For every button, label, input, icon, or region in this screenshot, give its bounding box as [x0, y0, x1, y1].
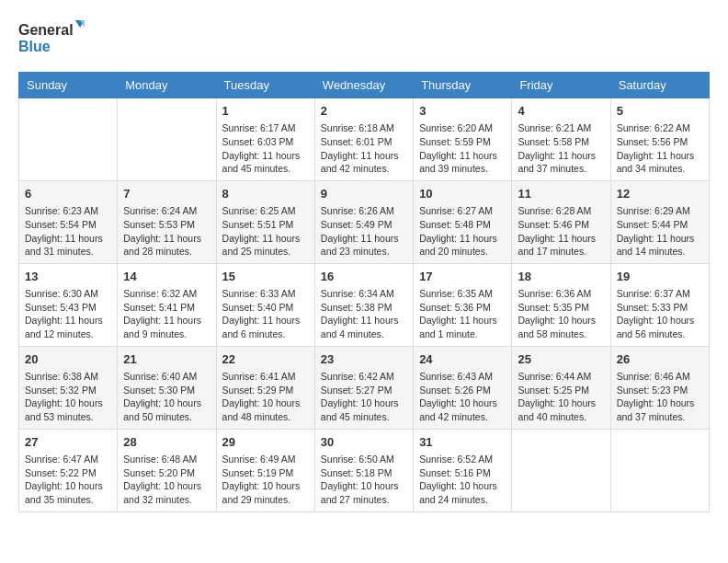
calendar-day-cell: 7Sunrise: 6:24 AMSunset: 5:53 PMDaylight…: [118, 180, 216, 263]
day-number: 15: [222, 269, 309, 285]
day-info: Sunrise: 6:47 AMSunset: 5:22 PMDaylight:…: [25, 453, 111, 507]
weekday-header: Tuesday: [216, 73, 314, 98]
day-number: 22: [222, 351, 309, 368]
day-number: 14: [123, 269, 210, 285]
day-info: Sunrise: 6:43 AMSunset: 5:26 PMDaylight:…: [419, 370, 506, 424]
calendar-week-row: 13Sunrise: 6:30 AMSunset: 5:43 PMDayligh…: [19, 263, 710, 346]
calendar-day-cell: 4Sunrise: 6:21 AMSunset: 5:58 PMDaylight…: [512, 98, 610, 181]
day-number: 16: [321, 269, 407, 285]
weekday-header: Monday: [118, 73, 216, 98]
day-info: Sunrise: 6:37 AMSunset: 5:33 PMDaylight:…: [617, 287, 703, 341]
day-number: 31: [419, 434, 506, 451]
calendar-day-cell: 22Sunrise: 6:41 AMSunset: 5:29 PMDayligh…: [216, 346, 314, 429]
day-number: 3: [419, 103, 506, 120]
day-number: 4: [518, 103, 604, 120]
weekday-header: Thursday: [414, 73, 512, 98]
day-number: 6: [25, 186, 111, 202]
day-info: Sunrise: 6:30 AMSunset: 5:43 PMDaylight:…: [25, 287, 111, 341]
day-number: 21: [123, 351, 210, 368]
calendar-day-cell: 8Sunrise: 6:25 AMSunset: 5:51 PMDaylight…: [216, 180, 314, 263]
calendar-day-cell: 28Sunrise: 6:48 AMSunset: 5:20 PMDayligh…: [118, 429, 216, 511]
day-info: Sunrise: 6:18 AMSunset: 6:01 PMDaylight:…: [321, 121, 407, 176]
calendar-week-row: 6Sunrise: 6:23 AMSunset: 5:54 PMDaylight…: [19, 180, 710, 263]
calendar-day-cell: [610, 429, 709, 511]
calendar-day-cell: [512, 429, 610, 511]
day-info: Sunrise: 6:27 AMSunset: 5:48 PMDaylight:…: [419, 204, 506, 259]
day-number: 12: [617, 186, 703, 202]
calendar-day-cell: 25Sunrise: 6:44 AMSunset: 5:25 PMDayligh…: [512, 346, 610, 429]
calendar-day-cell: 21Sunrise: 6:40 AMSunset: 5:30 PMDayligh…: [118, 346, 216, 429]
calendar-day-cell: 3Sunrise: 6:20 AMSunset: 5:59 PMDaylight…: [414, 98, 512, 181]
calendar-day-cell: 16Sunrise: 6:34 AMSunset: 5:38 PMDayligh…: [314, 263, 413, 346]
calendar-day-cell: 18Sunrise: 6:36 AMSunset: 5:35 PMDayligh…: [512, 263, 610, 346]
day-info: Sunrise: 6:52 AMSunset: 5:16 PMDaylight:…: [419, 453, 506, 507]
svg-text:Blue: Blue: [18, 39, 51, 54]
day-number: 17: [419, 269, 506, 285]
day-number: 24: [419, 351, 506, 368]
calendar-day-cell: 30Sunrise: 6:50 AMSunset: 5:18 PMDayligh…: [314, 429, 413, 511]
calendar-day-cell: [118, 98, 216, 181]
day-number: 29: [222, 434, 309, 451]
calendar-day-cell: 20Sunrise: 6:38 AMSunset: 5:32 PMDayligh…: [19, 346, 118, 429]
day-number: 27: [25, 434, 111, 451]
day-info: Sunrise: 6:26 AMSunset: 5:49 PMDaylight:…: [321, 204, 407, 259]
day-number: 18: [518, 269, 604, 285]
calendar-day-cell: 17Sunrise: 6:35 AMSunset: 5:36 PMDayligh…: [414, 263, 512, 346]
day-info: Sunrise: 6:23 AMSunset: 5:54 PMDaylight:…: [25, 204, 111, 259]
day-info: Sunrise: 6:50 AMSunset: 5:18 PMDaylight:…: [321, 453, 407, 507]
day-number: 2: [321, 103, 407, 120]
day-number: 11: [518, 186, 604, 202]
calendar-day-cell: 19Sunrise: 6:37 AMSunset: 5:33 PMDayligh…: [610, 263, 709, 346]
day-info: Sunrise: 6:36 AMSunset: 5:35 PMDaylight:…: [518, 287, 604, 341]
day-info: Sunrise: 6:32 AMSunset: 5:41 PMDaylight:…: [123, 287, 210, 341]
calendar-day-cell: 15Sunrise: 6:33 AMSunset: 5:40 PMDayligh…: [216, 263, 314, 346]
calendar-week-row: 20Sunrise: 6:38 AMSunset: 5:32 PMDayligh…: [19, 346, 710, 429]
day-number: 5: [617, 103, 703, 120]
day-info: Sunrise: 6:34 AMSunset: 5:38 PMDaylight:…: [321, 287, 407, 341]
calendar-day-cell: 9Sunrise: 6:26 AMSunset: 5:49 PMDaylight…: [314, 180, 413, 263]
calendar-day-cell: 27Sunrise: 6:47 AMSunset: 5:22 PMDayligh…: [19, 429, 118, 511]
day-info: Sunrise: 6:33 AMSunset: 5:40 PMDaylight:…: [222, 287, 309, 341]
day-info: Sunrise: 6:28 AMSunset: 5:46 PMDaylight:…: [518, 204, 604, 259]
day-number: 23: [321, 351, 407, 368]
day-info: Sunrise: 6:17 AMSunset: 6:03 PMDaylight:…: [222, 121, 309, 176]
day-info: Sunrise: 6:40 AMSunset: 5:30 PMDaylight:…: [123, 370, 210, 424]
calendar-day-cell: 12Sunrise: 6:29 AMSunset: 5:44 PMDayligh…: [610, 180, 709, 263]
logo-icon: GeneralBlue: [18, 18, 92, 57]
calendar-day-cell: 10Sunrise: 6:27 AMSunset: 5:48 PMDayligh…: [414, 180, 512, 263]
day-number: 28: [123, 434, 210, 451]
day-info: Sunrise: 6:21 AMSunset: 5:58 PMDaylight:…: [518, 121, 604, 176]
day-info: Sunrise: 6:44 AMSunset: 5:25 PMDaylight:…: [518, 370, 604, 424]
day-info: Sunrise: 6:41 AMSunset: 5:29 PMDaylight:…: [222, 370, 309, 424]
day-number: 9: [321, 186, 407, 202]
day-info: Sunrise: 6:38 AMSunset: 5:32 PMDaylight:…: [25, 370, 111, 424]
calendar-day-cell: 13Sunrise: 6:30 AMSunset: 5:43 PMDayligh…: [19, 263, 118, 346]
calendar-week-row: 1Sunrise: 6:17 AMSunset: 6:03 PMDaylight…: [19, 98, 710, 181]
calendar-table: SundayMondayTuesdayWednesdayThursdayFrid…: [18, 72, 710, 512]
day-number: 25: [518, 351, 604, 368]
weekday-header: Sunday: [19, 73, 118, 98]
day-info: Sunrise: 6:35 AMSunset: 5:36 PMDaylight:…: [419, 287, 506, 341]
calendar-day-cell: [19, 98, 118, 181]
calendar-day-cell: 11Sunrise: 6:28 AMSunset: 5:46 PMDayligh…: [512, 180, 610, 263]
day-info: Sunrise: 6:24 AMSunset: 5:53 PMDaylight:…: [123, 204, 210, 259]
svg-text:General: General: [18, 22, 74, 38]
logo: GeneralBlue: [18, 18, 92, 57]
calendar-day-cell: 6Sunrise: 6:23 AMSunset: 5:54 PMDaylight…: [19, 180, 118, 263]
day-info: Sunrise: 6:48 AMSunset: 5:20 PMDaylight:…: [123, 453, 210, 507]
calendar-header-row: SundayMondayTuesdayWednesdayThursdayFrid…: [19, 73, 710, 98]
day-number: 7: [123, 186, 210, 202]
calendar-day-cell: 29Sunrise: 6:49 AMSunset: 5:19 PMDayligh…: [216, 429, 314, 511]
calendar-day-cell: 5Sunrise: 6:22 AMSunset: 5:56 PMDaylight…: [610, 98, 709, 181]
day-number: 10: [419, 186, 506, 202]
weekday-header: Friday: [512, 73, 610, 98]
day-info: Sunrise: 6:25 AMSunset: 5:51 PMDaylight:…: [222, 204, 309, 259]
day-info: Sunrise: 6:20 AMSunset: 5:59 PMDaylight:…: [419, 121, 506, 176]
calendar-day-cell: 26Sunrise: 6:46 AMSunset: 5:23 PMDayligh…: [610, 346, 709, 429]
page-header: GeneralBlue: [18, 18, 710, 57]
calendar-day-cell: 14Sunrise: 6:32 AMSunset: 5:41 PMDayligh…: [118, 263, 216, 346]
day-info: Sunrise: 6:46 AMSunset: 5:23 PMDaylight:…: [617, 370, 703, 424]
day-info: Sunrise: 6:22 AMSunset: 5:56 PMDaylight:…: [617, 121, 703, 176]
calendar-day-cell: 1Sunrise: 6:17 AMSunset: 6:03 PMDaylight…: [216, 98, 314, 181]
weekday-header: Wednesday: [314, 73, 413, 98]
